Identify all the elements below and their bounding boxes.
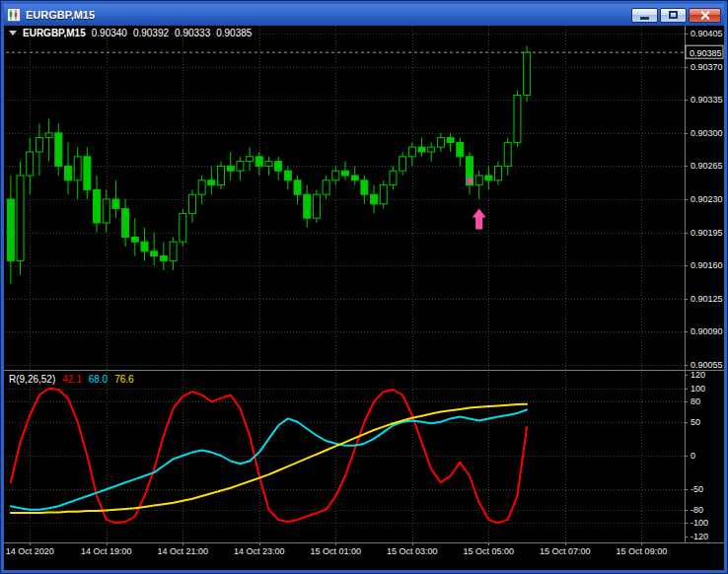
svg-text:0.90055: 0.90055	[691, 360, 723, 370]
svg-text:100: 100	[691, 384, 705, 394]
oscillator-lines	[11, 389, 527, 524]
arrow-up-marker	[473, 209, 486, 230]
pane-separators	[4, 26, 724, 543]
svg-text:0.90195: 0.90195	[691, 228, 723, 238]
svg-text:0.90265: 0.90265	[691, 161, 723, 171]
candles	[7, 45, 530, 284]
maximize-button[interactable]	[660, 8, 687, 23]
svg-text:14 Oct 23:00: 14 Oct 23:00	[234, 546, 285, 556]
svg-text:0.90370: 0.90370	[691, 62, 723, 72]
window-title: EURGBP,M15	[26, 9, 95, 21]
svg-text:0.90160: 0.90160	[691, 260, 723, 270]
svg-text:0.90090: 0.90090	[691, 326, 723, 336]
svg-text:-100: -100	[691, 518, 708, 528]
svg-text:0.90335: 0.90335	[691, 95, 723, 105]
title-bar[interactable]: EURGBP,M15	[4, 4, 724, 26]
svg-text:0.90385: 0.90385	[690, 48, 722, 58]
one-click-trading-icon[interactable]	[9, 31, 17, 36]
close-icon	[699, 10, 710, 21]
svg-text:50: 50	[691, 417, 700, 427]
svg-text:15 Oct 07:00: 15 Oct 07:00	[540, 546, 591, 556]
chart-window: EURGBP,M15 14 Oct 202014 Oct 19:0014 Oct…	[0, 0, 728, 574]
svg-text:14 Oct 21:00: 14 Oct 21:00	[157, 546, 208, 556]
price-chart[interactable]: 14 Oct 202014 Oct 19:0014 Oct 21:0014 Oc…	[4, 26, 724, 570]
svg-text:0: 0	[691, 451, 695, 461]
svg-text:-80: -80	[691, 505, 703, 515]
svg-text:14 Oct 2020: 14 Oct 2020	[6, 546, 54, 556]
svg-text:-120: -120	[691, 532, 708, 541]
gridlines	[6, 26, 688, 545]
chart-client-area: 14 Oct 202014 Oct 19:0014 Oct 21:0014 Oc…	[4, 26, 724, 570]
oscillator-line-fast	[11, 389, 527, 524]
svg-text:15 Oct 05:00: 15 Oct 05:00	[464, 546, 515, 556]
svg-text:15 Oct 03:00: 15 Oct 03:00	[387, 546, 438, 556]
close-button[interactable]	[689, 8, 721, 23]
maximize-icon	[669, 11, 678, 19]
svg-text:15 Oct 09:00: 15 Oct 09:00	[617, 546, 668, 556]
svg-text:120: 120	[691, 370, 705, 380]
star-marker: ★	[465, 174, 475, 187]
minimize-button[interactable]	[631, 8, 658, 23]
svg-text:80: 80	[691, 396, 700, 406]
svg-text:0.90230: 0.90230	[691, 194, 723, 204]
minimize-icon	[640, 17, 649, 20]
svg-text:-50: -50	[691, 484, 703, 494]
svg-text:0.90405: 0.90405	[691, 29, 723, 38]
svg-text:0.90300: 0.90300	[691, 128, 723, 138]
svg-text:14 Oct 19:00: 14 Oct 19:00	[81, 546, 132, 556]
svg-text:15 Oct 01:00: 15 Oct 01:00	[311, 546, 362, 556]
svg-text:0.90125: 0.90125	[691, 294, 723, 304]
chart-app-icon	[7, 8, 21, 22]
